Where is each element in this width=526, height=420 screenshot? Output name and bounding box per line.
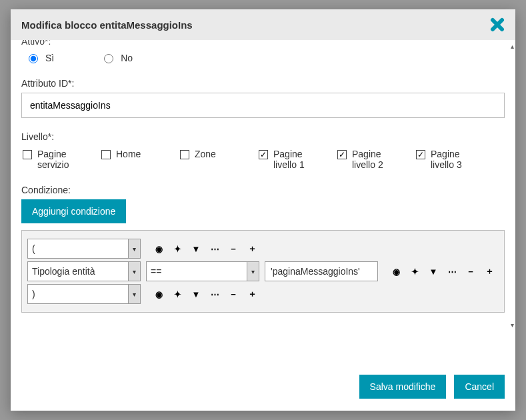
condition-row: Tipologia entità▾==▾'paginaMessaggioIns'… xyxy=(27,261,499,281)
active-radio-yes-label: Sì xyxy=(45,53,54,63)
chevron-down-icon: ▾ xyxy=(128,262,140,281)
active-radio-no-input[interactable] xyxy=(104,54,113,63)
condition-left-select-value: Tipologia entità xyxy=(32,266,95,277)
level-checkbox-label: Zone xyxy=(195,149,216,159)
remove-icon[interactable]: − xyxy=(466,267,475,276)
active-radio-yes[interactable]: Sì xyxy=(25,52,54,63)
chevron-down-icon: ▾ xyxy=(128,239,140,258)
level-checkbox-1[interactable]: Home xyxy=(101,149,165,170)
active-radio-yes-input[interactable] xyxy=(29,54,38,63)
active-radio-no-label: No xyxy=(121,53,133,63)
row-actions: ◉✦▼⋯−＋ xyxy=(391,267,494,276)
level-checkbox-label: Home xyxy=(116,149,141,159)
condition-left-select-value: ( xyxy=(32,243,35,254)
more-icon[interactable]: ⋯ xyxy=(210,244,219,253)
scroll-down-icon[interactable]: ▾ xyxy=(511,321,514,329)
remove-icon[interactable]: − xyxy=(229,244,238,253)
checkbox-icon[interactable] xyxy=(259,150,268,159)
level-label: Livello*: xyxy=(21,131,505,142)
condition-left-select[interactable]: Tipologia entità▾ xyxy=(27,261,141,281)
level-checkbox-label: Pagine livello 3 xyxy=(431,149,480,170)
filter-icon[interactable]: ▼ xyxy=(429,267,438,276)
checkbox-icon[interactable] xyxy=(416,150,425,159)
add-condition-button[interactable]: Aggiungi condizione xyxy=(21,199,126,223)
level-checkbox-group: Pagine servizioHomeZonePagine livello 1P… xyxy=(21,146,505,175)
level-checkbox-label: Pagine livello 1 xyxy=(273,149,323,170)
target-icon[interactable]: ◉ xyxy=(154,244,163,253)
checkbox-icon[interactable] xyxy=(101,150,111,159)
target-icon[interactable]: ◉ xyxy=(391,267,401,276)
checkbox-icon[interactable] xyxy=(337,150,347,159)
filter-icon[interactable]: ▼ xyxy=(191,244,201,253)
condition-row: (▾◉✦▼⋯−＋ xyxy=(27,239,499,259)
condition-row: )▾◉✦▼⋯−＋ xyxy=(27,284,499,304)
cancel-button[interactable]: Cancel xyxy=(454,375,505,399)
active-radio-no[interactable]: No xyxy=(101,52,133,63)
modal-footer: Salva modifiche Cancel xyxy=(11,366,515,411)
more-icon[interactable]: ⋯ xyxy=(447,267,457,276)
condition-value-input[interactable]: 'paginaMessaggioIns' xyxy=(265,261,378,281)
condition-box: (▾◉✦▼⋯−＋Tipologia entità▾==▾'paginaMessa… xyxy=(21,230,505,313)
attribute-id-label: Attributo ID*: xyxy=(21,78,505,89)
condition-operator-select[interactable]: ==▾ xyxy=(146,261,259,281)
active-radio-group: Sì No xyxy=(21,49,505,70)
row-actions: ◉✦▼⋯−＋ xyxy=(154,289,257,299)
checkbox-icon[interactable] xyxy=(23,150,32,159)
variable-icon[interactable]: ✦ xyxy=(173,244,182,253)
chevron-down-icon: ▾ xyxy=(128,285,140,303)
level-checkbox-label: Pagine livello 2 xyxy=(352,149,401,170)
condition-left-select[interactable]: (▾ xyxy=(27,239,141,259)
level-checkbox-3[interactable]: Pagine livello 1 xyxy=(259,149,323,170)
level-checkbox-5[interactable]: Pagine livello 3 xyxy=(416,149,480,170)
variable-icon[interactable]: ✦ xyxy=(410,267,419,276)
active-label: Attivo*: xyxy=(21,40,505,47)
modal-title: Modifica blocco entitaMessaggioIns xyxy=(21,19,193,31)
scroll-up-icon[interactable]: ▴ xyxy=(511,43,514,50)
variable-icon[interactable]: ✦ xyxy=(173,289,182,299)
condition-operator-select-value: == xyxy=(151,266,161,277)
edit-block-modal: Modifica blocco entitaMessaggioIns ▴ Att… xyxy=(11,9,515,411)
filter-icon[interactable]: ▼ xyxy=(191,289,201,299)
chevron-down-icon: ▾ xyxy=(247,262,259,281)
save-button[interactable]: Salva modifiche xyxy=(359,375,447,399)
condition-left-select-value: ) xyxy=(32,289,35,299)
attribute-id-input[interactable] xyxy=(21,93,505,118)
condition-label: Condizione: xyxy=(21,185,505,195)
level-checkbox-0[interactable]: Pagine servizio xyxy=(23,149,87,170)
level-checkbox-2[interactable]: Zone xyxy=(180,149,244,170)
more-icon[interactable]: ⋯ xyxy=(210,289,219,299)
checkbox-icon[interactable] xyxy=(180,150,189,159)
row-actions: ◉✦▼⋯−＋ xyxy=(154,244,257,253)
add-icon[interactable]: ＋ xyxy=(485,267,494,276)
level-checkbox-label: Pagine servizio xyxy=(37,149,87,170)
add-icon[interactable]: ＋ xyxy=(247,244,257,253)
close-icon[interactable] xyxy=(490,17,505,32)
condition-left-select[interactable]: )▾ xyxy=(27,284,141,304)
level-checkbox-4[interactable]: Pagine livello 2 xyxy=(337,149,401,170)
modal-body: ▴ Attivo*: Sì No Attributo ID*: Livello*… xyxy=(11,40,515,366)
target-icon[interactable]: ◉ xyxy=(154,289,163,299)
modal-header: Modifica blocco entitaMessaggioIns xyxy=(11,9,515,40)
add-icon[interactable]: ＋ xyxy=(247,289,257,299)
remove-icon[interactable]: − xyxy=(229,289,238,299)
